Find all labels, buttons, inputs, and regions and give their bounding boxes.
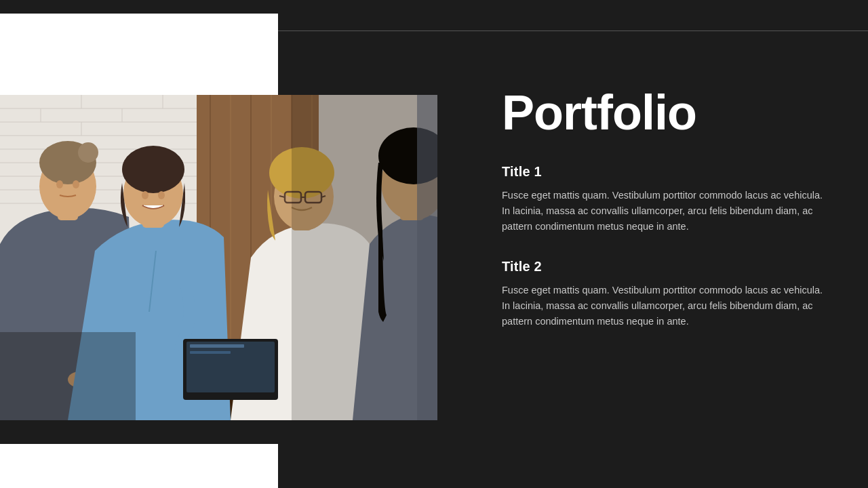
svg-point-39 [142, 191, 149, 199]
header-line-right [257, 30, 868, 31]
svg-point-32 [56, 180, 63, 188]
section-2-body: Fusce eget mattis quam. Vestibulum portt… [502, 283, 827, 330]
slide: Professional Deck [0, 0, 868, 488]
svg-point-31 [78, 142, 98, 163]
people-photo [0, 95, 437, 420]
image-top-white [0, 14, 278, 102]
svg-point-33 [73, 180, 79, 188]
section-1-title: Title 1 [502, 164, 827, 180]
left-panel [0, 95, 437, 488]
svg-point-38 [122, 146, 184, 193]
portfolio-title: Portfolio [502, 88, 827, 137]
svg-rect-55 [190, 344, 244, 348]
svg-rect-58 [292, 95, 437, 420]
svg-point-40 [158, 191, 165, 199]
section-1: Title 1 Fusce eget mattis quam. Vestibul… [502, 164, 827, 235]
section-2: Title 2 Fusce eget mattis quam. Vestibul… [502, 259, 827, 330]
bottom-white-strip [0, 444, 278, 488]
right-panel: Portfolio Title 1 Fusce eget mattis quam… [468, 61, 868, 488]
svg-rect-57 [0, 332, 136, 420]
section-1-body: Fusce eget mattis quam. Vestibulum portt… [502, 188, 827, 235]
photo-container [0, 95, 437, 420]
svg-rect-54 [186, 342, 275, 392]
section-2-title: Title 2 [502, 259, 827, 274]
svg-rect-56 [190, 351, 231, 354]
